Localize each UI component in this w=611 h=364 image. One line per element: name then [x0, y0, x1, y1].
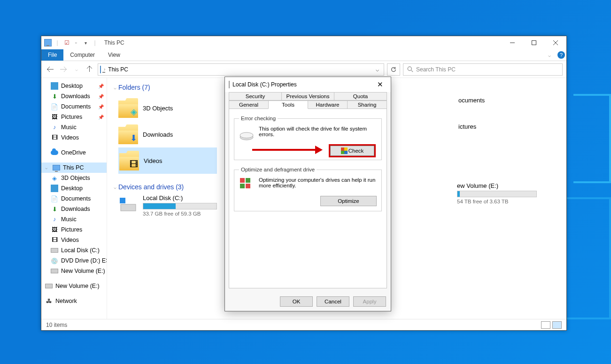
nav-item-3dobjects[interactable]: ◈3D Objects	[41, 173, 107, 183]
nav-item-newvolume[interactable]: New Volume (E:)	[41, 266, 107, 276]
search-box[interactable]: Search This PC	[403, 63, 563, 76]
check-button[interactable]: Check	[330, 146, 374, 156]
qat-properties-icon[interactable]: ☑	[63, 39, 70, 46]
view-details-icon[interactable]	[541, 321, 550, 329]
address-bar[interactable]: › This PC ⌵	[98, 63, 384, 76]
optimize-text: Optimizing your computer's drives can he…	[259, 177, 377, 192]
nav-item-onedrive[interactable]: OneDrive	[41, 147, 107, 158]
address-dropdown-icon[interactable]: ⌵	[373, 66, 382, 73]
nav-item-dvddrive[interactable]: 💿DVD Drive (D:) ES	[41, 256, 107, 266]
minimize-button[interactable]	[502, 36, 523, 49]
optimize-legend: Optimize and defragment drive	[239, 167, 317, 172]
expand-icon[interactable]: ⌵	[45, 165, 50, 170]
nav-recent-icon[interactable]: ⌵	[71, 64, 82, 75]
title-bar[interactable]: | ☑ ▫ ▾ | This PC	[41, 36, 566, 49]
tab-previous-versions[interactable]: Previous Versions	[281, 92, 334, 101]
search-placeholder: Search This PC	[416, 66, 456, 73]
folder-videos[interactable]: 🎞Videos	[118, 147, 217, 174]
ribbon-collapse-icon[interactable]: ⌵	[548, 53, 551, 58]
qat-separator2: |	[91, 39, 99, 46]
drive-new-volume-e[interactable]: ew Volume (E:) 54 TB free of 3.63 TB	[457, 182, 566, 204]
nav-item-downloads2[interactable]: ⬇Downloads	[41, 204, 107, 214]
folder-3dobjects[interactable]: ◈3D Objects	[118, 95, 212, 121]
folder-downloads[interactable]: ⬇Downloads	[118, 121, 212, 147]
ribbon-file-tab[interactable]: File	[41, 49, 63, 61]
status-text: 10 items	[46, 322, 67, 328]
error-checking-text: This option will check the drive for fil…	[259, 126, 377, 141]
nav-item-pictures[interactable]: 🖼Pictures📌	[41, 112, 107, 122]
pin-icon: 📌	[98, 115, 104, 120]
nav-item-music2[interactable]: ♪Music	[41, 214, 107, 225]
qat-customize-icon[interactable]: ▾	[82, 39, 89, 46]
svg-rect-11	[246, 178, 250, 183]
tab-general[interactable]: General	[229, 101, 269, 109]
cube-icon: ◈	[51, 174, 58, 182]
download-arrow-icon: ⬇	[130, 133, 137, 143]
cancel-button[interactable]: Cancel	[317, 296, 349, 307]
search-icon	[407, 66, 413, 72]
folder-documents-label[interactable]: ocuments	[458, 97, 485, 104]
dialog-close-button[interactable]: ✕	[373, 80, 387, 89]
nav-up-button[interactable]: 🡡	[85, 64, 95, 75]
nav-forward-button[interactable]: 🡢	[58, 64, 69, 75]
svg-rect-6	[121, 204, 136, 211]
ribbon: File Computer View ⌵ ?	[41, 49, 566, 61]
tab-hardware[interactable]: Hardware	[308, 101, 348, 109]
nav-item-pictures2[interactable]: 🖼Pictures	[41, 225, 107, 235]
svg-line-5	[411, 70, 413, 72]
address-location[interactable]: This PC	[108, 66, 128, 73]
optimize-button[interactable]: Optimize	[320, 196, 377, 206]
tab-tools[interactable]: Tools	[268, 101, 308, 109]
nav-item-music[interactable]: ♪Music	[41, 122, 107, 132]
tab-security[interactable]: Security	[229, 92, 282, 101]
maximize-button[interactable]	[523, 36, 545, 49]
ok-button[interactable]: OK	[280, 296, 313, 307]
ribbon-tab-computer[interactable]: Computer	[63, 49, 101, 61]
capacity-bar	[143, 203, 217, 209]
tab-sharing[interactable]: Sharing	[347, 101, 387, 109]
pin-icon: 📌	[98, 84, 104, 89]
downloads-icon: ⬇	[51, 93, 58, 100]
collapse-icon[interactable]: ⌵	[114, 185, 116, 190]
apply-button[interactable]: Apply	[353, 296, 386, 307]
nav-item-documents[interactable]: 📄Documents📌	[41, 101, 107, 112]
qat-newfolder-icon[interactable]: ▫	[72, 39, 80, 46]
help-icon[interactable]: ?	[557, 51, 565, 59]
navigation-pane[interactable]: Desktop📌 ⬇Downloads📌 📄Documents📌 🖼Pictur…	[41, 78, 107, 319]
view-tiles-icon[interactable]	[552, 321, 562, 329]
nav-item-videos[interactable]: 🎞Videos	[41, 132, 107, 143]
nav-item-desktop2[interactable]: Desktop	[41, 183, 107, 194]
tab-quota[interactable]: Quota	[334, 92, 387, 101]
address-bar-row: 🡠 🡢 ⌵ 🡡 › This PC ⌵ Search This PC	[41, 61, 566, 78]
videos-icon: 🎞	[51, 134, 58, 141]
dialog-title-bar[interactable]: Local Disk (C:) Properties ✕	[225, 77, 391, 92]
annotation-arrow: Check	[239, 145, 377, 155]
disc-icon: 💿	[51, 257, 58, 264]
pc-icon	[53, 164, 60, 171]
nav-item-downloads[interactable]: ⬇Downloads📌	[41, 91, 107, 101]
error-checking-legend: Error checking	[239, 116, 278, 121]
folder-pictures-label[interactable]: ictures	[458, 123, 476, 130]
collapse-icon[interactable]: ⌵	[114, 85, 116, 90]
nav-item-this-pc[interactable]: ⌵This PC	[41, 163, 107, 173]
dialog-footer: OK Cancel Apply	[225, 292, 391, 311]
nav-item-documents2[interactable]: 📄Documents	[41, 194, 107, 204]
nav-item-desktop[interactable]: Desktop📌	[41, 81, 107, 91]
nav-item-network[interactable]: 🖧Network	[41, 296, 107, 306]
properties-dialog: Local Disk (C:) Properties ✕ Security Pr…	[224, 77, 391, 311]
drive-icon	[51, 247, 58, 254]
refresh-button[interactable]	[387, 63, 400, 76]
nav-item-videos2[interactable]: 🎞Videos	[41, 235, 107, 245]
close-button[interactable]	[545, 36, 566, 49]
downloads-icon: ⬇	[51, 205, 58, 213]
nav-item-localdisk[interactable]: Local Disk (C:)	[41, 245, 107, 256]
check-button-highlight: Check	[329, 144, 376, 157]
pictures-icon: 🖼	[51, 226, 58, 233]
drive-icon	[45, 282, 53, 290]
ribbon-tab-view[interactable]: View	[101, 49, 127, 61]
svg-rect-1	[532, 41, 536, 45]
breadcrumb-chevron-icon[interactable]: ›	[104, 67, 105, 72]
drive-local-c[interactable]: Local Disk (C:) 33.7 GB free of 59.3 GB	[118, 194, 217, 217]
nav-item-newvolume2[interactable]: New Volume (E:)	[41, 281, 107, 291]
nav-back-button[interactable]: 🡠	[45, 64, 55, 75]
